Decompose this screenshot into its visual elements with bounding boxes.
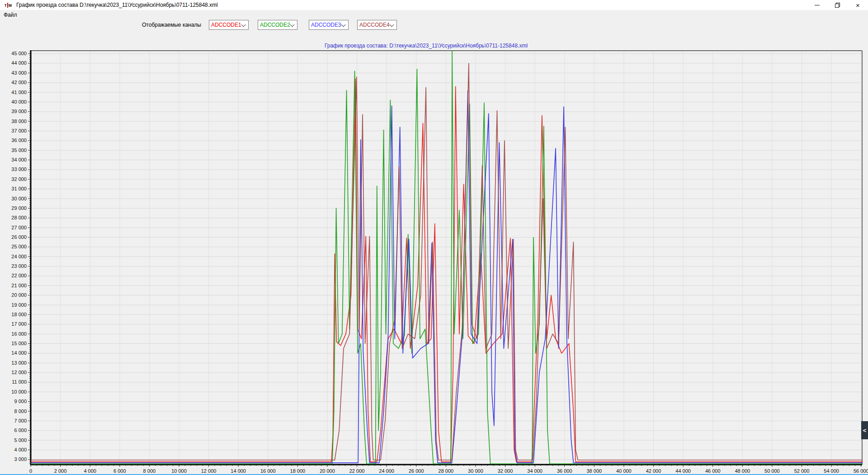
channel-select-adccode4-value: ADCCODE4 bbox=[358, 22, 390, 28]
svg-text:19 000: 19 000 bbox=[11, 302, 27, 308]
svg-text:29 000: 29 000 bbox=[11, 205, 27, 211]
svg-text:14 000: 14 000 bbox=[11, 350, 27, 356]
svg-text:0: 0 bbox=[29, 468, 32, 474]
menubar: Файл bbox=[0, 10, 868, 19]
svg-text:18 000: 18 000 bbox=[290, 468, 306, 474]
svg-text:42 000: 42 000 bbox=[646, 468, 661, 474]
svg-text:38 000: 38 000 bbox=[11, 119, 27, 124]
svg-text:26 000: 26 000 bbox=[409, 468, 424, 474]
svg-text:18 000: 18 000 bbox=[11, 312, 27, 317]
svg-text:36 000: 36 000 bbox=[557, 468, 572, 474]
chevron-down-icon bbox=[390, 23, 394, 27]
svg-text:37 000: 37 000 bbox=[11, 128, 27, 133]
train-passage-chart[interactable]: 3 0004 0005 0006 0007 0008 0009 00010 00… bbox=[0, 31, 868, 475]
svg-text:44 000: 44 000 bbox=[11, 60, 27, 66]
svg-text:28 000: 28 000 bbox=[11, 215, 27, 220]
svg-text:14 000: 14 000 bbox=[231, 468, 246, 474]
svg-text:56 000: 56 000 bbox=[854, 468, 868, 474]
titlebar: т м График проезда состава D:\текучка\20… bbox=[0, 0, 868, 10]
svg-text:32 000: 32 000 bbox=[498, 468, 513, 474]
svg-text:17 000: 17 000 bbox=[11, 321, 27, 327]
svg-text:7 000: 7 000 bbox=[14, 418, 27, 423]
chevron-left-icon: < bbox=[863, 427, 867, 434]
svg-text:46 000: 46 000 bbox=[705, 468, 721, 474]
svg-text:36 000: 36 000 bbox=[11, 138, 27, 143]
svg-text:25 000: 25 000 bbox=[11, 244, 27, 249]
channels-toolbar: Отображаемые каналы ADCCODE1 ADCCODE2 AD… bbox=[0, 19, 868, 31]
restore-button[interactable] bbox=[827, 0, 848, 10]
svg-text:48 000: 48 000 bbox=[735, 468, 750, 474]
app-icon-right: м bbox=[9, 3, 12, 8]
svg-text:50 000: 50 000 bbox=[764, 468, 780, 474]
svg-text:12 000: 12 000 bbox=[11, 370, 27, 375]
menu-file[interactable]: Файл bbox=[0, 11, 21, 19]
restore-icon bbox=[835, 3, 840, 8]
svg-text:54 000: 54 000 bbox=[824, 468, 839, 474]
chevron-down-icon bbox=[290, 23, 294, 27]
collapse-panel-tab[interactable]: < bbox=[861, 421, 868, 439]
svg-text:21 000: 21 000 bbox=[11, 283, 27, 288]
channels-label: Отображаемые каналы bbox=[142, 22, 201, 28]
svg-text:45 000: 45 000 bbox=[11, 51, 27, 56]
svg-text:16 000: 16 000 bbox=[260, 468, 276, 474]
channel-select-adccode1[interactable]: ADCCODE1 bbox=[209, 20, 249, 30]
minimize-icon bbox=[815, 5, 820, 5]
svg-text:8 000: 8 000 bbox=[14, 408, 27, 414]
channel-select-adccode1-value: ADCCODE1 bbox=[209, 22, 241, 28]
svg-text:41 000: 41 000 bbox=[11, 90, 27, 95]
close-icon: × bbox=[856, 2, 860, 9]
close-button[interactable]: × bbox=[848, 0, 868, 10]
channel-select-adccode2[interactable]: ADCCODE2 bbox=[258, 20, 297, 30]
svg-text:4 000: 4 000 bbox=[84, 468, 96, 474]
svg-text:4 000: 4 000 bbox=[14, 447, 27, 452]
svg-text:24 000: 24 000 bbox=[379, 468, 394, 474]
svg-text:12 000: 12 000 bbox=[201, 468, 217, 474]
svg-text:35 000: 35 000 bbox=[11, 147, 27, 153]
channel-select-adccode4[interactable]: ADCCODE4 bbox=[357, 20, 397, 30]
svg-text:39 000: 39 000 bbox=[11, 109, 27, 114]
svg-text:26 000: 26 000 bbox=[11, 234, 27, 240]
svg-text:22 000: 22 000 bbox=[349, 468, 365, 474]
svg-text:8 000: 8 000 bbox=[143, 468, 156, 474]
app-icon: т м bbox=[3, 1, 14, 9]
svg-text:22 000: 22 000 bbox=[11, 273, 27, 278]
channel-select-adccode3[interactable]: ADCCODE3 bbox=[309, 20, 349, 30]
svg-text:44 000: 44 000 bbox=[675, 468, 691, 474]
svg-text:32 000: 32 000 bbox=[11, 176, 27, 182]
svg-text:15 000: 15 000 bbox=[11, 341, 27, 346]
svg-text:20 000: 20 000 bbox=[320, 468, 335, 474]
svg-text:34 000: 34 000 bbox=[527, 468, 542, 474]
channel-select-adccode2-value: ADCCODE2 bbox=[258, 22, 290, 28]
svg-text:28 000: 28 000 bbox=[439, 468, 454, 474]
svg-text:52 000: 52 000 bbox=[794, 468, 810, 474]
svg-text:20 000: 20 000 bbox=[11, 292, 27, 298]
svg-text:5 000: 5 000 bbox=[14, 437, 27, 443]
window-title: График проезда состава D:\текучка\2023_1… bbox=[16, 2, 218, 8]
chevron-down-icon bbox=[341, 23, 345, 27]
svg-text:30 000: 30 000 bbox=[468, 468, 483, 474]
svg-text:2 000: 2 000 bbox=[54, 468, 67, 474]
app-icon-left: т bbox=[5, 3, 7, 8]
svg-text:9 000: 9 000 bbox=[14, 399, 27, 404]
svg-text:11 000: 11 000 bbox=[12, 379, 27, 385]
svg-text:40 000: 40 000 bbox=[11, 99, 27, 104]
svg-text:3 000: 3 000 bbox=[14, 456, 27, 462]
svg-text:34 000: 34 000 bbox=[11, 157, 27, 162]
svg-text:24 000: 24 000 bbox=[11, 254, 27, 259]
svg-text:23 000: 23 000 bbox=[11, 263, 27, 269]
svg-text:38 000: 38 000 bbox=[587, 468, 602, 474]
svg-text:6 000: 6 000 bbox=[113, 468, 126, 474]
window-controls: × bbox=[807, 0, 868, 10]
svg-text:6 000: 6 000 bbox=[14, 428, 27, 433]
svg-text:10 000: 10 000 bbox=[171, 468, 187, 474]
chevron-down-icon bbox=[241, 23, 245, 27]
svg-text:13 000: 13 000 bbox=[11, 360, 27, 366]
minimize-button[interactable] bbox=[807, 0, 827, 10]
app-icon-bar bbox=[7, 3, 8, 8]
svg-text:33 000: 33 000 bbox=[11, 166, 27, 172]
svg-text:27 000: 27 000 bbox=[11, 225, 27, 230]
svg-text:42 000: 42 000 bbox=[11, 80, 27, 85]
chart-area: 3 0004 0005 0006 0007 0008 0009 00010 00… bbox=[0, 31, 868, 475]
svg-text:10 000: 10 000 bbox=[11, 389, 27, 394]
svg-text:31 000: 31 000 bbox=[11, 186, 27, 191]
